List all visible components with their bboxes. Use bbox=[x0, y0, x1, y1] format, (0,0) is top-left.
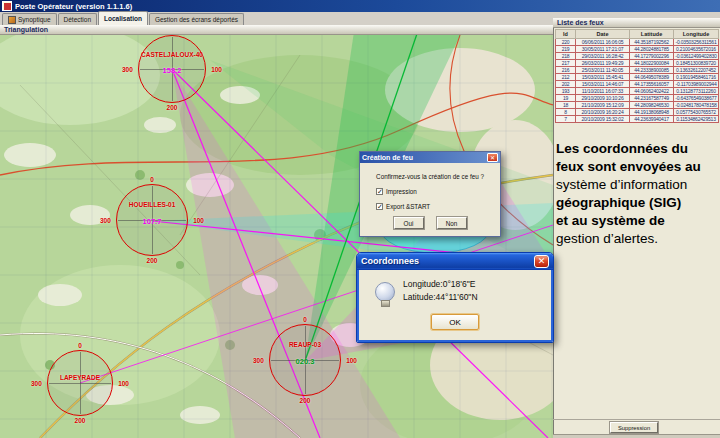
cell-id: 8 bbox=[556, 109, 576, 116]
cell-latitude: 44.23338900085 bbox=[630, 67, 674, 74]
cell-latitude: 44.19138068948 bbox=[630, 109, 674, 116]
tab-label: Détection bbox=[64, 16, 91, 23]
column-header[interactable]: Date bbox=[576, 30, 630, 39]
cell-longitude: -0.11703989002944 bbox=[674, 81, 719, 88]
tab-detection[interactable]: Détection bbox=[58, 13, 97, 25]
cell-latitude: 44.06062402422 bbox=[630, 88, 674, 95]
bearing-tick: 100 bbox=[211, 66, 222, 73]
non-button[interactable]: Non bbox=[437, 217, 467, 229]
cell-latitude: 44.23639940417 bbox=[630, 116, 674, 123]
app-window: Poste Opérateur (version 1.1.1.6) Synopt… bbox=[0, 0, 720, 438]
tab-label: Gestion des écrans déportés bbox=[155, 16, 238, 23]
table-row[interactable]: 218 29/03/2011 16:28:42 44.17279002296 -… bbox=[556, 53, 719, 60]
ok-button[interactable]: OK bbox=[431, 314, 479, 330]
cell-date: 11/10/2011 16:07:33 bbox=[576, 88, 630, 95]
station-casteljaloux[interactable]: 0 100 200 300 CASTELJALOUX-40 158.2 bbox=[138, 35, 206, 103]
bulb-icon bbox=[375, 282, 395, 302]
station-name: REAUP-03 bbox=[233, 341, 377, 348]
dialog-buttons: Oui Non bbox=[360, 217, 500, 229]
tab-synoptique[interactable]: Synoptique bbox=[2, 13, 57, 25]
cell-id: 212 bbox=[556, 74, 576, 81]
fire-dialog-title: Création de feu bbox=[362, 154, 413, 161]
cell-longitude: -0.64376549038677 bbox=[674, 95, 719, 102]
annotation-note: Les coordonnées du feux sont envoyées au… bbox=[556, 140, 718, 248]
cell-date: 21/10/2009 15:12:09 bbox=[576, 102, 630, 109]
close-icon[interactable] bbox=[534, 255, 549, 268]
table-row[interactable]: 217 26/03/2011 19:49:29 44.18022900084 0… bbox=[556, 60, 719, 67]
note-line: feux sont envoyées au bbox=[556, 158, 718, 176]
table-row[interactable]: 19 29/10/2009 10:10:26 44.23167587749 -0… bbox=[556, 95, 719, 102]
bearing-tick: 200 bbox=[147, 257, 158, 264]
close-icon[interactable] bbox=[487, 153, 498, 162]
column-header[interactable]: Longitude bbox=[674, 30, 719, 39]
cell-date: 25/03/2011 11:40:05 bbox=[576, 67, 630, 74]
table-row[interactable]: 8 20/10/2009 16:20:24 44.19138068948 0.0… bbox=[556, 109, 719, 116]
table-row[interactable]: 193 11/10/2011 16:07:33 44.06062402422 0… bbox=[556, 88, 719, 95]
bearing-tick: 0 bbox=[303, 316, 307, 323]
confirm-message: Confirmez-vous la création de ce feu ? bbox=[360, 173, 500, 180]
cell-longitude: 0.18451300839720 bbox=[674, 60, 719, 67]
cell-latitude: 44.06495078389 bbox=[630, 74, 674, 81]
station-name: LAPEYRADE bbox=[14, 374, 146, 381]
coords-dialog-titlebar[interactable]: Coordonnees bbox=[357, 253, 553, 270]
table-row[interactable]: 216 25/03/2011 11:40:05 44.23338900085 0… bbox=[556, 67, 719, 74]
cell-date: 26/03/2011 19:49:29 bbox=[576, 60, 630, 67]
station-bearing-value: 020.3 bbox=[269, 357, 341, 366]
note-line: système d’information bbox=[556, 176, 718, 194]
station-lapeyrade[interactable]: 0 100 200 300 LAPEYRADE bbox=[47, 350, 113, 416]
cell-latitude: 44.28024881785 bbox=[630, 46, 674, 53]
table-row[interactable]: 220 06/06/2011 16:06:05 44.35187192562 -… bbox=[556, 39, 719, 46]
fire-table: IdDateLatitudeLongitude 220 06/06/2011 1… bbox=[555, 29, 719, 123]
tab-bar: Synoptique Détection Localisation Gestio… bbox=[0, 12, 553, 25]
coordinates-text: Longitude:0°18'6"E Latitude:44°11'60"N bbox=[403, 278, 478, 304]
fire-table-body: 220 06/06/2011 16:06:05 44.35187192562 -… bbox=[556, 39, 719, 123]
cell-latitude: 44.18022900084 bbox=[630, 60, 674, 67]
cell-latitude: 44.17279002296 bbox=[630, 53, 674, 60]
column-header[interactable]: Id bbox=[556, 30, 576, 39]
tab-label: Localisation bbox=[104, 15, 142, 22]
checkbox-icon[interactable] bbox=[376, 203, 383, 210]
cell-date: 06/06/2011 16:06:05 bbox=[576, 39, 630, 46]
station-houeilles[interactable]: 0 100 200 300 HOUEILLES-01 107.7 bbox=[116, 184, 188, 256]
cell-id: 217 bbox=[556, 60, 576, 67]
oui-button[interactable]: Oui bbox=[394, 217, 424, 229]
checkbox-label: Export &START bbox=[386, 203, 430, 210]
suppression-button[interactable]: Suppression bbox=[610, 422, 658, 433]
fire-dialog-titlebar[interactable]: Création de feu bbox=[360, 152, 500, 163]
cell-longitude: 0.11534862429513 bbox=[674, 116, 719, 123]
fire-table-header-row: IdDateLatitudeLongitude bbox=[556, 30, 719, 39]
bearing-tick: 0 bbox=[150, 176, 154, 183]
cell-latitude: 44.17355616057 bbox=[630, 81, 674, 88]
cell-longitude: -0.03503256311561 bbox=[674, 39, 719, 46]
table-row[interactable]: 202 15/03/2011 14:46:07 44.17355616057 -… bbox=[556, 81, 719, 88]
cell-date: 15/03/2011 15:45:41 bbox=[576, 74, 630, 81]
table-row[interactable]: 219 30/05/2011 17:21:07 44.28024881785 0… bbox=[556, 46, 719, 53]
cell-longitude: 0.19019458461716 bbox=[674, 74, 719, 81]
station-reaup[interactable]: 0 100 200 300 REAUP-03 020.3 bbox=[269, 324, 341, 396]
bearing-tick: 200 bbox=[75, 417, 86, 424]
export-checkbox-row[interactable]: Export &START bbox=[376, 203, 500, 210]
coords-dialog-title: Coordonnees bbox=[361, 256, 419, 266]
panel-divider bbox=[553, 419, 720, 420]
fire-list-header: Liste des feux bbox=[553, 18, 720, 28]
cell-date: 15/03/2011 14:46:07 bbox=[576, 81, 630, 88]
tab-gestion-ecrans-deportes[interactable]: Gestion des écrans déportés bbox=[149, 13, 244, 25]
cell-latitude: 44.35187192562 bbox=[630, 39, 674, 46]
impression-checkbox-row[interactable]: Impression bbox=[376, 188, 500, 195]
table-row[interactable]: 18 21/10/2009 15:12:09 44.28098246530 -0… bbox=[556, 102, 719, 109]
bearing-tick: 100 bbox=[193, 217, 204, 224]
station-name: CASTELJALOUX-40 bbox=[104, 51, 240, 58]
cell-id: 220 bbox=[556, 39, 576, 46]
cell-id: 219 bbox=[556, 46, 576, 53]
column-header[interactable]: Latitude bbox=[630, 30, 674, 39]
note-line: géographique (SIG) bbox=[556, 194, 718, 212]
table-row[interactable]: 7 20/10/2009 15:32:02 44.23639940417 0.1… bbox=[556, 116, 719, 123]
bearing-tick: 200 bbox=[300, 397, 311, 404]
bearing-tick: 300 bbox=[100, 217, 111, 224]
cell-longitude: 0.13632612207452 bbox=[674, 67, 719, 74]
tab-localisation[interactable]: Localisation bbox=[98, 11, 148, 25]
checkbox-icon[interactable] bbox=[376, 188, 383, 195]
status-strip bbox=[553, 434, 720, 438]
table-row[interactable]: 212 15/03/2011 15:45:41 44.06495078389 0… bbox=[556, 74, 719, 81]
station-name: HOUEILLES-01 bbox=[80, 201, 224, 208]
